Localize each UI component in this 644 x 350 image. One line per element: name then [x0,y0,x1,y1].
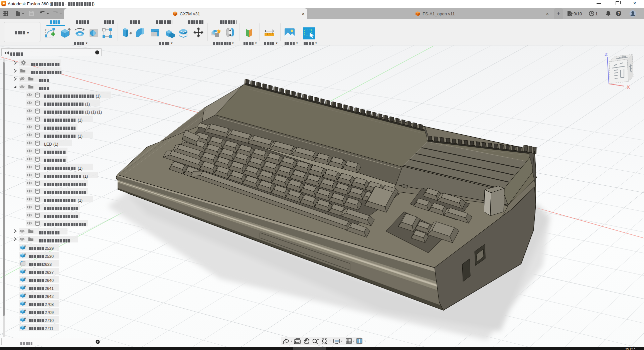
svg-text:Z: Z [605,51,608,57]
svg-text:X: X [627,84,630,90]
svg-text:?: ? [617,11,620,16]
svg-text:9/10: 9/10 [574,11,582,16]
svg-text:1: 1 [595,11,598,16]
